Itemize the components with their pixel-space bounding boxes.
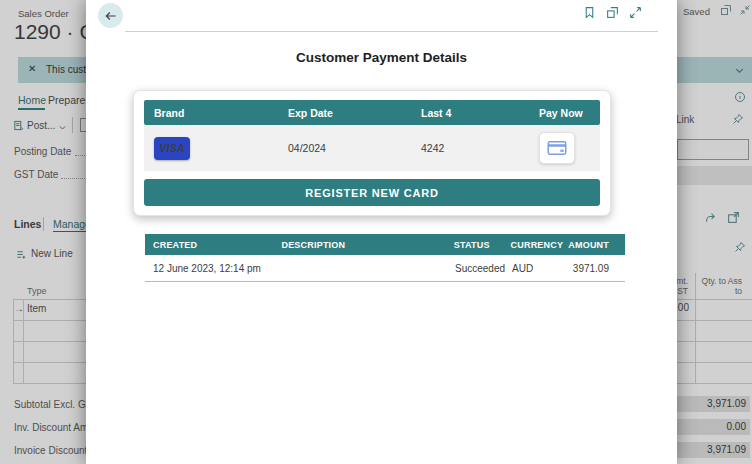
- col-created: CREATED: [145, 240, 273, 250]
- register-new-card-button[interactable]: REGISTER NEW CARD: [144, 179, 600, 206]
- card-table-header: Brand Exp Date Last 4 Pay Now: [144, 100, 600, 125]
- screen: Sales Order 1290 · Car Saved ✕ This cust…: [0, 0, 752, 464]
- transaction-row: 12 June 2023, 12:14 pm Succeeded AUD 397…: [145, 255, 625, 282]
- card-exp-date: 04/2024: [288, 142, 421, 154]
- bookmark-icon[interactable]: [583, 6, 596, 19]
- expand-icon[interactable]: [629, 6, 642, 19]
- tx-created: 12 June 2023, 12:14 pm: [145, 263, 274, 274]
- credit-card-icon: [547, 140, 567, 156]
- pay-now-button[interactable]: [539, 132, 575, 164]
- card-last4: 4242: [421, 142, 539, 154]
- back-button[interactable]: [98, 3, 123, 28]
- col-pay-now: Pay Now: [539, 107, 600, 119]
- back-arrow-icon: [104, 9, 118, 23]
- tx-amount: 3971.09: [570, 263, 625, 274]
- card-row: VISA 04/2024 4242: [144, 125, 600, 171]
- col-currency: CURRENCY: [503, 240, 569, 250]
- col-amount: AMOUNT: [568, 240, 625, 250]
- col-last4: Last 4: [421, 107, 539, 119]
- visa-logo: VISA: [154, 137, 190, 160]
- col-description: DESCRIPTION: [273, 240, 445, 250]
- card-list-panel: Brand Exp Date Last 4 Pay Now VISA 04/20…: [133, 90, 611, 216]
- tx-currency: AUD: [504, 263, 570, 274]
- open-in-window-icon[interactable]: [606, 6, 619, 19]
- transactions-header: CREATED DESCRIPTION STATUS CURRENCY AMOU…: [145, 234, 625, 255]
- transactions-table: CREATED DESCRIPTION STATUS CURRENCY AMOU…: [145, 234, 625, 282]
- tx-status: Succeeded: [447, 263, 504, 274]
- col-brand: Brand: [144, 107, 288, 119]
- col-status: STATUS: [446, 240, 503, 250]
- page-title: Customer Payment Details: [86, 50, 677, 65]
- col-exp-date: Exp Date: [288, 107, 421, 119]
- header-divider: [125, 31, 658, 32]
- customer-payment-details-modal: Customer Payment Details Brand Exp Date …: [86, 0, 677, 464]
